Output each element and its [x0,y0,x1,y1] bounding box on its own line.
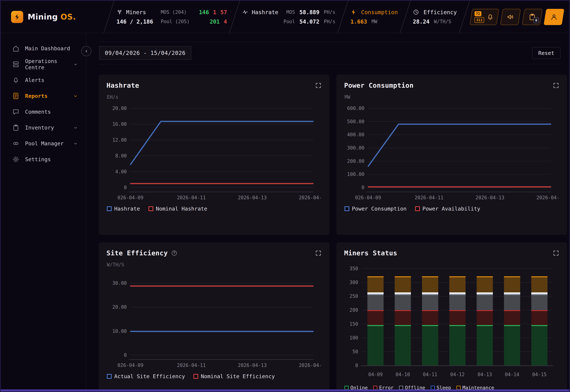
svg-text:04-11: 04-11 [423,372,437,377]
legend-swatch [415,206,420,211]
legend-item[interactable]: Power Availability [415,206,480,212]
svg-text:8.00: 8.00 [115,153,127,159]
pool-icon [12,140,20,147]
legend-swatch [399,386,403,390]
help-icon[interactable] [171,250,177,256]
svg-text:2026-04-11: 2026-04-11 [177,195,206,200]
miners-status-chart: 05010015020025030035004-0904-1004-1104-1… [344,263,559,381]
svg-text:04-14: 04-14 [505,372,519,377]
comment-icon [12,108,20,115]
legend-item[interactable]: Hashrate [107,206,140,212]
sidebar-item-settings[interactable]: Settings [1,151,86,167]
hashrate-pool-value: 54.072 [299,18,319,25]
legend-label: Online [350,385,368,390]
chart-title-efficiency: Site Efficiency [107,249,168,257]
sidebar-item-operations-centre[interactable]: Operations Centre [1,56,86,72]
card-power-consumption: Power Consumption MW 0100.00200.00300.00… [336,75,567,235]
account-button[interactable] [544,9,564,25]
bell-icon [486,13,494,21]
efficiency-value: 28.24 [413,18,430,25]
header-efficiency-stats: Efficiency 28.24 W/TH/S [411,1,459,33]
sidebar-item-label: Alerts [25,77,44,83]
sidebar-item-comments[interactable]: Comments [1,104,86,120]
bottom-accent-bar [1,390,569,391]
miners-mos-online: 146 [199,9,209,15]
legend-label: Power Consumption [352,206,407,212]
expand-icon[interactable] [315,82,322,89]
svg-text:500.00: 500.00 [347,119,364,124]
hashrate-mos-value: 58.889 [299,9,319,15]
svg-text:2026-04-11: 2026-04-11 [415,195,444,200]
sidebar-item-label: Pool Manager [25,140,64,147]
legend-item[interactable]: Maintenance [457,385,494,390]
svg-text:2026-04-11: 2026-04-11 [177,363,206,368]
hashrate-pool-label: Pool [283,19,295,24]
sidebar-item-reports[interactable]: Reports [1,88,86,104]
legend-item[interactable]: Actual Site Efficiency [107,373,185,379]
sidebar-item-alerts[interactable]: Alerts [1,72,86,88]
svg-text:04-10: 04-10 [396,372,410,377]
expand-icon[interactable] [315,250,322,256]
sidebar-item-label: Inventory [25,125,54,131]
brand-logo[interactable]: Mining OS. [11,1,76,33]
main-content: 09/04/2026 - 15/04/2026 Reset Hashrate E… [86,33,569,390]
header-divider [459,1,470,33]
chart-title-miners-status: Miners Status [344,249,397,257]
sidebar-collapse-button[interactable] [81,46,91,56]
sidebar-item-label: Settings [25,156,51,163]
svg-text:150: 150 [349,321,358,327]
expand-icon[interactable] [553,250,559,256]
efficiency-icon [413,9,419,15]
svg-text:250: 250 [349,294,358,299]
svg-text:100.00: 100.00 [347,171,364,177]
reset-button[interactable]: Reset [532,47,560,59]
brand-name: Mining OS. [28,12,76,21]
header-consumption-stats: Consumption 1.663 MW [348,1,400,33]
sidebar-item-inventory[interactable]: Inventory [1,120,86,136]
legend-item[interactable]: Sleep [431,385,451,390]
legend-item[interactable]: Offline [399,385,425,390]
home-icon [12,45,20,52]
inventory-icon [12,124,20,131]
svg-text:04-12: 04-12 [450,372,465,377]
notifications-button[interactable]: 72 311 [470,9,499,25]
header-miners-stats: Miners MOS (204) 146 1 57 146 / 2,186 Po… [115,1,229,33]
legend-label: Nominal Hashrate [156,206,207,212]
legend-item[interactable]: Nominal Site Efficiency [194,373,275,379]
ops-icon [12,61,20,68]
legend-label: Error [379,385,393,390]
miners-pool-offline: 4 [224,18,227,25]
legend-item[interactable]: Power Consumption [345,206,407,212]
legend-item[interactable]: Error [373,385,393,390]
sidebar-item-main-dashboard[interactable]: Main Dashboard [1,41,86,56]
svg-text:20.00: 20.00 [112,304,127,310]
sound-button[interactable] [500,9,521,25]
tasks-button[interactable]: 0 [522,9,542,25]
chevron-down-icon [73,125,78,130]
legend-label: Actual Site Efficiency [114,373,185,379]
chevron-down-icon [73,61,78,67]
hashrate-mos-label: MOS [286,9,295,15]
svg-text:04-15: 04-15 [532,372,547,377]
header-buttons: 72 311 0 [470,1,563,33]
legend-item[interactable]: Online [345,385,368,390]
sidebar-item-pool-manager[interactable]: Pool Manager [1,136,86,151]
date-range-picker[interactable]: 09/04/2026 - 15/04/2026 [99,46,191,60]
miners-icon [116,9,123,15]
card-site-efficiency: Site Efficiency W/TH/S 010.0020.0030.000… [99,242,329,390]
consumption-label: Consumption [361,9,398,15]
sidebar-item-label: Main Dashboard [25,45,70,52]
miners-mos-warning: 1 [213,9,216,15]
notifications-badge-top: 72 [474,11,481,16]
legend-swatch [373,386,377,390]
site-efficiency-chart: 010.0020.0030.00026-04-092026-04-112026-… [107,270,322,369]
svg-text:10.00: 10.00 [112,328,127,334]
svg-text:0: 0 [124,185,127,190]
hashrate-pool-unit: PH/s [324,19,335,24]
svg-text:200.00: 200.00 [347,158,364,164]
expand-icon[interactable] [553,82,559,89]
svg-text:600.00: 600.00 [347,106,364,111]
svg-text:400.00: 400.00 [347,132,364,138]
legend-item[interactable]: Nominal Hashrate [149,206,207,212]
legend-swatch [345,386,348,390]
